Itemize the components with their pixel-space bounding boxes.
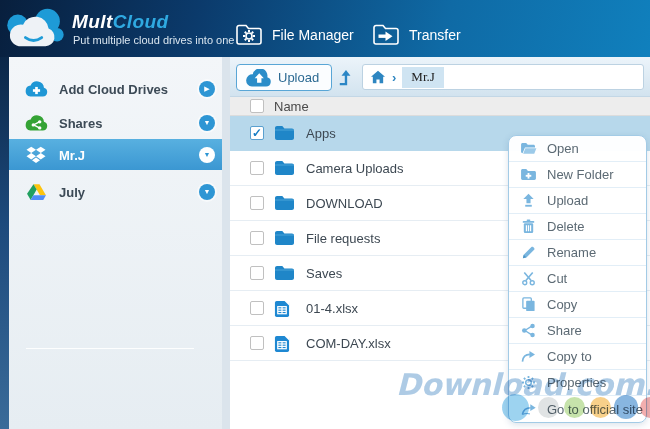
breadcrumb: › Mr.J <box>362 64 644 90</box>
sidebar-item-add-cloud-drives[interactable]: Add Cloud Drives ▶ <box>9 72 222 106</box>
chevron-down-icon[interactable]: ▼ <box>199 184 215 200</box>
share-cloud-icon <box>23 115 49 132</box>
tab-label: File Manager <box>272 27 354 43</box>
folder-gear-icon <box>235 23 263 46</box>
google-drive-icon <box>23 183 49 202</box>
menu-item-open[interactable]: Open <box>509 136 646 162</box>
sidebar-item-label: Shares <box>59 116 102 131</box>
list-header: Name <box>230 97 650 116</box>
menu-item-label: Delete <box>547 219 585 234</box>
upload-button[interactable]: Upload <box>236 64 332 91</box>
row-checkbox[interactable] <box>250 231 264 245</box>
menu-item-share[interactable]: Share <box>509 318 646 344</box>
menu-item-label: Rename <box>547 245 596 260</box>
brand-name: MultCloud <box>72 11 168 33</box>
select-all-checkbox[interactable] <box>250 99 264 113</box>
folder-icon <box>274 160 295 176</box>
sidebar-divider <box>26 348 194 349</box>
sidebar-item-shares[interactable]: Shares ▼ <box>9 106 222 140</box>
sidebar-splitter[interactable] <box>222 57 230 429</box>
up-level-button[interactable] <box>334 67 356 87</box>
row-checkbox[interactable] <box>250 161 264 175</box>
menu-item-rename[interactable]: Rename <box>509 240 646 266</box>
column-header-name[interactable]: Name <box>274 99 309 114</box>
multcloud-logo-icon <box>6 6 64 54</box>
folder-icon <box>274 230 295 246</box>
menu-item-label: Copy to <box>547 349 592 364</box>
home-icon[interactable] <box>370 70 386 84</box>
row-checkbox-checked[interactable]: ✓ <box>250 126 264 140</box>
cloud-plus-icon <box>23 81 49 98</box>
upload-button-label: Upload <box>278 70 319 85</box>
pencil-icon <box>520 244 537 261</box>
watermark-dot <box>502 394 529 421</box>
copy-to-arrow-icon <box>520 348 537 365</box>
file-name: File requests <box>306 231 380 246</box>
menu-item-delete[interactable]: Delete <box>509 214 646 240</box>
watermark-dot <box>564 397 585 418</box>
menu-item-label: Share <box>547 323 582 338</box>
menu-item-label: Open <box>547 141 579 156</box>
file-name: COM-DAY.xlsx <box>306 336 391 351</box>
folder-arrow-icon <box>372 23 400 46</box>
file-name: 01-4.xlsx <box>306 301 358 316</box>
row-checkbox[interactable] <box>250 196 264 210</box>
spreadsheet-icon <box>274 335 290 353</box>
file-manager-panel: Upload › Mr.J Name <box>230 57 650 429</box>
open-folder-icon <box>520 140 537 157</box>
scissors-icon <box>520 270 537 287</box>
watermark-dot <box>614 395 638 419</box>
row-checkbox[interactable] <box>250 301 264 315</box>
folder-icon <box>274 265 295 281</box>
file-name: Saves <box>306 266 342 281</box>
breadcrumb-separator: › <box>392 70 396 85</box>
watermark-dots <box>502 391 650 419</box>
upload-arrow-icon <box>520 192 537 209</box>
chevron-right-icon[interactable]: ▶ <box>199 81 215 97</box>
folder-icon <box>274 125 295 141</box>
menu-item-label: Upload <box>547 193 588 208</box>
tab-file-manager[interactable]: File Manager <box>235 23 354 46</box>
dropbox-icon <box>23 145 49 164</box>
chevron-down-icon[interactable]: ▼ <box>199 147 215 163</box>
row-checkbox[interactable] <box>250 336 264 350</box>
header: MultCloud Put multiple cloud drives into… <box>0 0 650 57</box>
spreadsheet-icon <box>274 300 290 318</box>
file-name: Apps <box>306 126 336 141</box>
menu-item-label: Cut <box>547 271 567 286</box>
share-icon <box>520 322 537 339</box>
menu-item-copy[interactable]: Copy <box>509 292 646 318</box>
menu-item-label: Copy <box>547 297 577 312</box>
sidebar-item-mrj-dropbox[interactable]: Mr.J ▼ <box>9 139 222 170</box>
sidebar-edge-strip <box>0 57 9 429</box>
brand-tagline: Put multiple cloud drives into one <box>73 34 234 46</box>
sidebar-item-label: Add Cloud Drives <box>59 82 168 97</box>
new-folder-icon <box>520 166 537 183</box>
folder-icon <box>274 195 295 211</box>
watermark-dot <box>590 397 611 418</box>
menu-item-label: New Folder <box>547 167 613 182</box>
sidebar-item-label: July <box>59 185 85 200</box>
tab-label: Transfer <box>409 27 461 43</box>
chevron-down-icon[interactable]: ▼ <box>199 115 215 131</box>
brand-part1: Mult <box>72 11 113 32</box>
multcloud-window: MultCloud Put multiple cloud drives into… <box>0 0 650 429</box>
breadcrumb-current[interactable]: Mr.J <box>402 67 443 88</box>
file-name: Camera Uploads <box>306 161 404 176</box>
sidebar-item-label: Mr.J <box>59 147 85 162</box>
row-checkbox[interactable] <box>250 266 264 280</box>
menu-item-new-folder[interactable]: New Folder <box>509 162 646 188</box>
watermark-dot <box>640 397 650 418</box>
menu-item-cut[interactable]: Cut <box>509 266 646 292</box>
menu-item-upload[interactable]: Upload <box>509 188 646 214</box>
watermark-dot <box>538 397 559 418</box>
file-name: DOWNLOAD <box>306 196 383 211</box>
trash-icon <box>520 218 537 235</box>
sidebar: Add Cloud Drives ▶ Shares ▼ <box>0 57 222 429</box>
upload-cloud-icon <box>245 69 272 87</box>
sidebar-item-july-google-drive[interactable]: July ▼ <box>9 175 222 209</box>
brand-part2: Cloud <box>113 11 169 32</box>
toolbar: Upload › Mr.J <box>230 57 650 97</box>
copy-icon <box>520 296 537 313</box>
tab-transfer[interactable]: Transfer <box>372 23 461 46</box>
